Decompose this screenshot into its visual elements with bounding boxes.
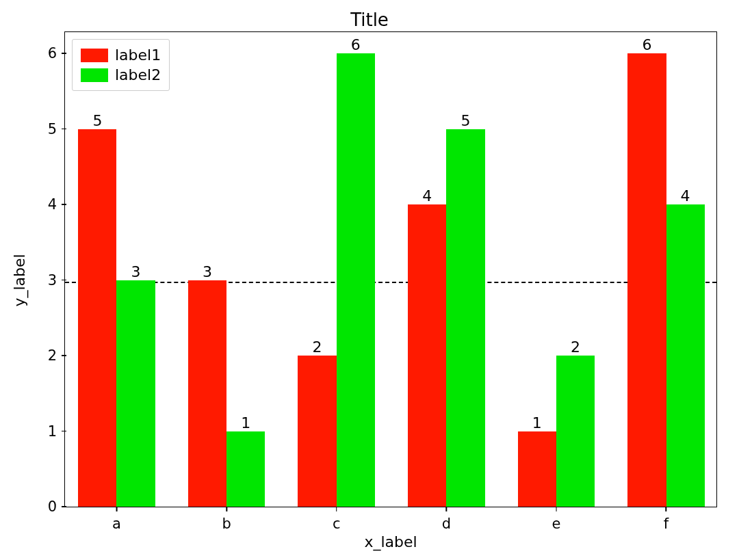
y-tick: 0 <box>48 498 65 515</box>
bar-label2 <box>666 204 705 507</box>
bar-value-label: 4 <box>681 187 690 204</box>
x-tick: b <box>222 507 231 532</box>
reference-line <box>65 282 716 283</box>
bar-label2 <box>556 356 595 507</box>
bar-value-label: 3 <box>131 263 141 280</box>
bar-label1 <box>298 356 336 507</box>
x-tick-label: d <box>442 511 451 532</box>
x-tick: a <box>112 507 121 532</box>
y-tick: 1 <box>48 423 65 440</box>
bar-label1 <box>78 129 116 507</box>
bar-value-label: 3 <box>203 263 212 280</box>
bar-value-label: 5 <box>92 112 102 129</box>
x-axis-label: x_label <box>64 533 717 550</box>
y-tick: 2 <box>48 347 65 364</box>
x-tick-label: f <box>664 511 669 532</box>
y-tick: 3 <box>48 272 65 289</box>
y-tick: 5 <box>48 121 65 137</box>
bar-label2 <box>226 431 265 507</box>
legend-label-2: label2 <box>115 66 161 83</box>
x-tick: e <box>552 507 560 532</box>
bar-label2 <box>337 53 375 507</box>
x-tick-label: c <box>333 511 341 532</box>
x-tick-label: a <box>112 511 121 532</box>
bar-value-label: 4 <box>422 187 432 204</box>
y-tick: 4 <box>48 196 65 213</box>
legend-item-1: label1 <box>81 45 161 65</box>
bar-label2 <box>446 129 484 507</box>
legend-swatch-1 <box>81 49 108 62</box>
x-tick: d <box>442 507 451 532</box>
bar-label2 <box>116 280 155 507</box>
legend-swatch-2 <box>81 68 108 82</box>
y-tick: 6 <box>48 45 65 62</box>
bar-label1 <box>627 53 666 507</box>
bar-value-label: 2 <box>313 338 322 356</box>
x-tick: c <box>333 507 341 532</box>
chart: Title label1 label2 0123456abcdef5324163… <box>0 0 739 560</box>
legend-item-2: label2 <box>81 65 161 85</box>
bar-label1 <box>518 431 556 507</box>
bar-value-label: 6 <box>351 36 361 53</box>
bar-value-label: 6 <box>642 36 651 53</box>
legend: label1 label2 <box>72 39 170 91</box>
x-tick: f <box>664 507 669 532</box>
bar-value-label: 5 <box>461 112 470 129</box>
x-tick-label: b <box>222 511 231 532</box>
bar-value-label: 2 <box>571 338 580 356</box>
bar-label1 <box>408 204 446 507</box>
chart-title: Title <box>0 10 739 30</box>
x-tick-label: e <box>552 511 560 532</box>
bar-value-label: 1 <box>532 414 542 431</box>
bar-value-label: 1 <box>241 414 250 431</box>
plot-area: label1 label2 0123456abcdef532416316524 <box>64 31 717 507</box>
bar-label1 <box>188 280 226 507</box>
legend-label-1: label1 <box>115 46 161 64</box>
y-axis-label: y_label <box>11 254 28 306</box>
